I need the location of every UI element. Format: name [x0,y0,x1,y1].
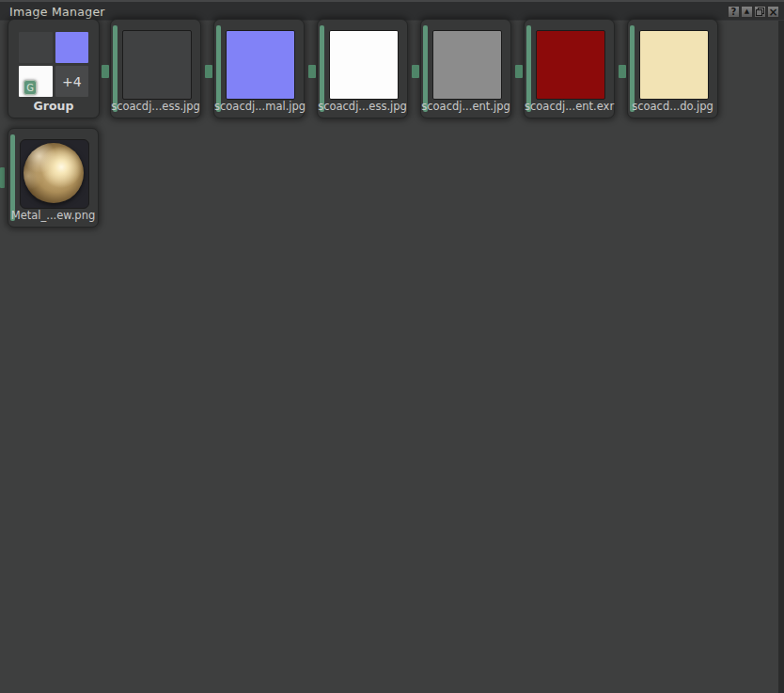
image-card[interactable]: scoacdj...ess.jpg [317,19,408,118]
connector-handle[interactable] [412,65,419,78]
image-thumbnail[interactable] [122,30,192,100]
group-cell-1 [19,32,53,63]
image-thumbnail[interactable] [639,30,709,100]
image-card[interactable]: scoacdj...ent.jpg [420,19,511,118]
group-badge-icon: G [24,80,37,95]
close-icon[interactable]: × [767,6,779,18]
image-thumbnail[interactable] [329,30,399,100]
image-card[interactable]: scoacd...do.jpg [627,19,718,118]
connector-handle[interactable] [205,65,212,78]
group-cell-4: +4 [55,66,89,97]
metal-sphere-thumbnail[interactable] [20,139,89,209]
connector-handle[interactable] [619,65,626,78]
image-filename: scoacdj...ess.jpg [318,100,407,113]
connector-handle[interactable] [515,65,523,78]
help-icon[interactable]: ? [728,6,740,18]
image-filename: scoacdj...ent.jpg [421,100,510,113]
group-extra-count: +4 [62,74,82,89]
image-filename: Metal_...ew.png [8,209,98,222]
image-thumbnail[interactable] [226,30,295,100]
window-controls: ? ▲ × [728,6,779,18]
group-label: Group [8,99,99,113]
metal-sphere-preview [24,143,84,203]
image-filename: scoacdj...mal.jpg [214,100,304,113]
dock-edge-strip [778,21,784,693]
image-card[interactable]: scoacdj...mal.jpg [213,19,305,118]
image-card[interactable]: scoacdj...ent.exr [524,19,615,118]
group-cell-2 [55,32,89,63]
image-filename: scoacdj...ess.jpg [111,100,200,113]
restore-glyph [756,8,764,16]
metal-image-card[interactable]: Metal_...ew.png [8,128,99,228]
panel-title: Image Manager [9,5,105,19]
group-card[interactable]: +4 G Group [8,19,100,118]
image-card[interactable]: scoacdj...ess.jpg [110,19,201,118]
image-filename: scoacd...do.jpg [628,100,717,113]
connector-handle[interactable] [0,167,5,188]
collapse-icon[interactable]: ▲ [741,6,753,18]
image-thumbnail[interactable] [432,30,502,100]
image-thumbnail[interactable] [536,30,605,100]
connector-handle[interactable] [102,65,109,78]
connector-handle[interactable] [308,65,316,78]
panel-titlebar[interactable]: Image Manager ? ▲ × [0,0,784,21]
float-window-icon[interactable] [754,6,766,18]
image-filename: scoacdj...ent.exr [525,100,614,113]
